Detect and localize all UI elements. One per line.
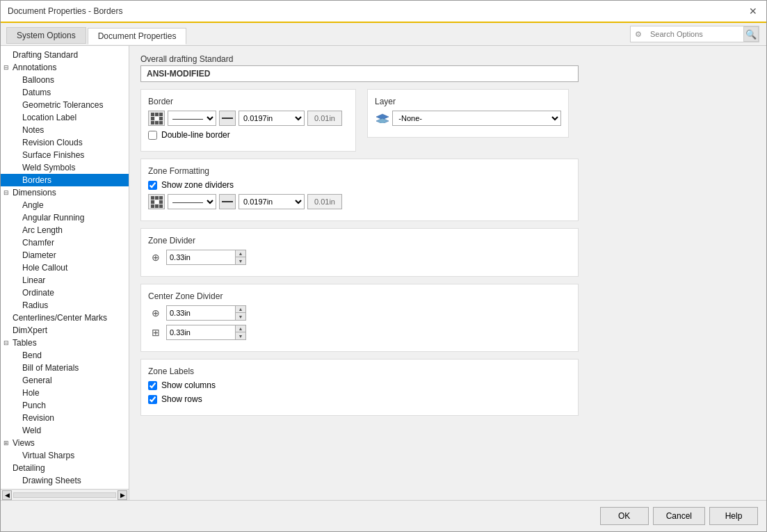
tree-item-tables[interactable]: ⊟Tables [1,337,129,349]
zone-formatting-controls: —————— 0.0197in [148,194,571,209]
tree-item-diameter[interactable]: Diameter [1,249,129,261]
tab-system-options[interactable]: System Options [6,27,86,44]
center-zone-divider-section: Center Zone Divider ⊕ ▲ ▼ ⊞ [140,284,579,352]
center-zone-up1[interactable]: ▲ [236,306,245,313]
center-zone-move-icon2: ⊞ [148,325,163,340]
cancel-button[interactable]: Cancel [653,507,705,525]
zone-formatting-section: Zone Formatting Show zone dividers — [140,159,579,221]
tree-item-radius[interactable]: Radius [1,299,129,312]
show-rows-checkbox[interactable] [148,395,157,404]
border-line-style-select[interactable]: —————— - - - - - [168,111,216,126]
overall-drafting-section: Overall drafting Standard ANSI-MODIFIED [140,54,755,82]
horizontal-scrollbar[interactable]: ◀ ▶ [1,489,129,500]
zone-divider-move-icon: ⊕ [148,250,163,265]
center-zone-up2[interactable]: ▲ [236,325,245,332]
tree-item-views[interactable]: ⊞Views [1,437,129,449]
zone-weight-select[interactable]: 0.0197in [239,194,305,209]
show-columns-checkbox[interactable] [148,381,157,390]
tree-item-linear[interactable]: Linear [1,274,129,287]
expand-icon-annotations[interactable]: ⊟ [3,64,10,71]
tree-label-notes: Notes [22,125,44,135]
center-zone-spinner1[interactable]: ▲ ▼ [166,305,246,321]
search-input[interactable] [646,27,743,41]
tree-label-punch: Punch [22,401,46,410]
tree-item-arc-length[interactable]: Arc Length [1,224,129,236]
window-title: Document Properties - Borders [8,6,122,16]
zone-line-style-select[interactable]: —————— [168,194,216,209]
center-zone-spinner2[interactable]: ▲ ▼ [166,325,246,340]
expand-icon-dimensions[interactable]: ⊟ [3,189,10,196]
help-button[interactable]: Help [709,507,758,525]
search-button[interactable]: 🔍 [743,26,759,42]
tree-item-annotations[interactable]: ⊟Annotations [1,61,129,74]
tree-item-bend[interactable]: Bend [1,349,129,362]
tree-item-surface-finishes[interactable]: Surface Finishes [1,149,129,161]
tree-item-notes[interactable]: Notes [1,124,129,136]
zone-solid-icon[interactable] [219,194,236,209]
tree-item-general[interactable]: General [1,374,129,387]
tree-item-bill-of-materials[interactable]: Bill of Materials [1,362,129,374]
tree-item-hole-callout[interactable]: Hole Callout [1,261,129,274]
tree-item-punch[interactable]: Punch [1,399,129,412]
border-weight-select[interactable]: 0.0197in [239,111,305,126]
tree-item-angle[interactable]: Angle [1,199,129,211]
tree-label-ordinate: Ordinate [22,288,54,298]
border-solid-icon[interactable] [219,111,236,126]
center-zone-move-icon1: ⊕ [148,305,163,321]
scroll-track-h[interactable] [13,492,116,498]
tree-item-balloons[interactable]: Balloons [1,74,129,86]
scroll-right[interactable]: ▶ [118,490,127,500]
zone-style-icon[interactable] [148,194,165,209]
border-weight-input[interactable] [307,111,342,126]
tree-item-dimxpert[interactable]: DimXpert [1,324,129,337]
expand-icon-views[interactable]: ⊞ [3,440,10,446]
zone-divider-input[interactable] [166,250,236,265]
tree-item-weld-symbols[interactable]: Weld Symbols [1,161,129,174]
layer-select[interactable]: -None- [392,111,561,126]
center-zone-down1[interactable]: ▼ [236,313,245,320]
show-zone-dividers-checkbox[interactable] [148,181,157,190]
tree-item-angular-running[interactable]: Angular Running [1,211,129,224]
tree-label-weld-symbols: Weld Symbols [22,163,75,172]
double-line-label: Double-line border [161,130,230,140]
close-button[interactable]: ✕ [747,5,759,17]
double-line-checkbox[interactable] [148,131,157,140]
tree-item-location-label[interactable]: Location Label [1,111,129,124]
zone-divider-down[interactable]: ▼ [236,257,245,264]
tree-item-chamfer[interactable]: Chamfer [1,236,129,249]
tree-item-ordinate[interactable]: Ordinate [1,287,129,299]
ok-button[interactable]: OK [600,507,649,525]
tree-item-datums[interactable]: Datums [1,86,129,99]
tree-item-drafting-standard[interactable]: Drafting Standard [1,49,129,61]
tree-label-general: General [22,376,52,385]
tree-item-drawing-sheets[interactable]: Drawing Sheets [1,474,129,487]
center-zone-down2[interactable]: ▼ [236,332,245,339]
scroll-left[interactable]: ◀ [2,490,12,500]
border-style-icon[interactable] [148,111,165,126]
tree-item-detailing[interactable]: Detailing [1,462,129,474]
zone-labels-section: Zone Labels Show columns Show rows [140,359,579,416]
center-zone-arrows1[interactable]: ▲ ▼ [236,305,246,321]
tree-item-revision-clouds[interactable]: Revision Clouds [1,136,129,149]
tree-item-dimensions[interactable]: ⊟Dimensions [1,186,129,199]
zone-divider-up[interactable]: ▲ [236,250,245,257]
center-zone-arrows2[interactable]: ▲ ▼ [236,325,246,340]
tree-item-borders[interactable]: Borders [1,174,129,186]
layer-label: Layer [375,97,561,106]
zone-divider-spinner[interactable]: ▲ ▼ [166,250,246,265]
zone-weight-input[interactable] [307,194,342,209]
border-controls: —————— - - - - - 0.0197in [148,111,348,126]
left-panel: Drafting Standard⊟AnnotationsBalloonsDat… [1,46,129,500]
expand-icon-tables[interactable]: ⊟ [3,339,10,346]
tree-item-revision[interactable]: Revision [1,412,129,424]
center-zone-input1[interactable] [166,305,236,321]
tree-item-weld[interactable]: Weld [1,424,129,437]
tree-item-virtual-sharps[interactable]: Virtual Sharps [1,449,129,462]
tree-item-hole[interactable]: Hole [1,387,129,399]
tree-item-geometric-tolerances[interactable]: Geometric Tolerances [1,99,129,111]
tree-item-centerlines[interactable]: Centerlines/Center Marks [1,312,129,324]
tab-document-properties[interactable]: Document Properties [88,28,187,45]
zone-divider-arrows[interactable]: ▲ ▼ [236,250,246,265]
center-zone-input2[interactable] [166,325,236,340]
center-zone-divider-label: Center Zone Divider [148,291,571,301]
